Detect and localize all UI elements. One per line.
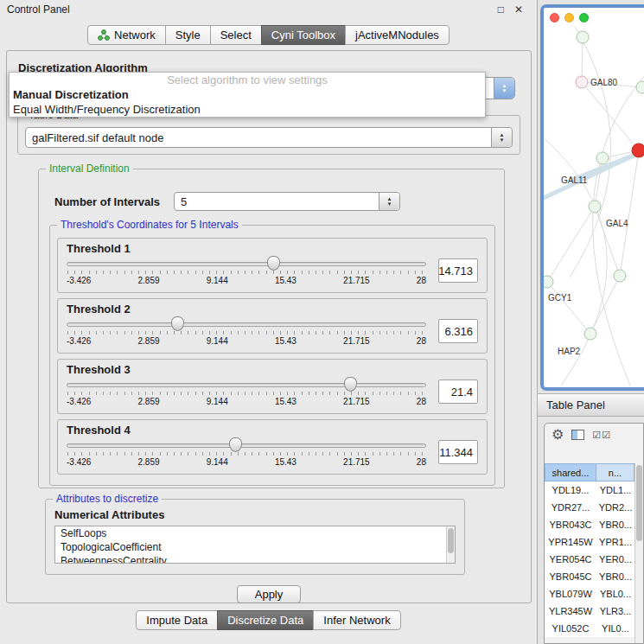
table-panel-header: Table Panel — [538, 393, 644, 417]
num-intervals-combobox[interactable]: 5 ▲▼ — [174, 192, 400, 211]
tab-discretize-data[interactable]: Discretize Data — [217, 610, 314, 630]
table-row[interactable]: YDR27...YDR2... — [545, 499, 634, 516]
num-intervals-value: 5 — [175, 195, 187, 208]
apply-button[interactable]: Apply — [237, 585, 302, 603]
threshold-4-panel: Threshold 4 -3.4262.8599.14415.4321.7152… — [57, 419, 488, 475]
tab-label: Network — [114, 29, 156, 41]
numerical-attributes-list[interactable]: SelfLoops TopologicalCoefficient Between… — [54, 526, 456, 564]
column-header-name[interactable]: n... — [596, 463, 634, 481]
combo-arrows-icon[interactable]: ▲▼ — [379, 193, 399, 210]
node-label-gal4: GAL4 — [606, 219, 628, 228]
network-node-selected-red[interactable] — [632, 143, 644, 157]
column-header-shared[interactable]: shared... — [545, 463, 596, 481]
slider-thumb[interactable] — [171, 316, 184, 331]
num-intervals-label: Number of Intervals — [54, 195, 160, 208]
menu-item-manual-discretization[interactable]: Manual Discretization — [10, 87, 485, 102]
tab-jactivemnodules[interactable]: jActiveMNodules — [345, 25, 450, 45]
slider-thumb[interactable] — [229, 437, 242, 452]
table-row[interactable]: YBL079WYBL0... — [545, 585, 634, 603]
network-icon — [98, 29, 110, 41]
zoom-traffic-light-icon[interactable] — [579, 13, 589, 22]
combo-arrows-icon[interactable]: ▲▼ — [494, 78, 514, 99]
columns-icon[interactable] — [571, 430, 584, 440]
network-node-gcy1[interactable] — [544, 276, 553, 288]
tab-style[interactable]: Style — [165, 25, 211, 45]
table-row[interactable]: YBR043CYBR0... — [545, 516, 634, 533]
list-scrollbar[interactable] — [446, 526, 455, 563]
threshold-3-label: Threshold 3 — [67, 363, 478, 376]
threshold-2-panel: Threshold 2 -3.4262.8599.14415.4321.7152… — [57, 298, 488, 354]
scrollbar-thumb[interactable] — [636, 465, 642, 541]
table-row[interactable]: YPR145WYPR1... — [545, 533, 634, 551]
window-traffic-lights — [544, 8, 644, 27]
threshold-3-panel: Threshold 3 -3.4262.8599.14415.4321.7152… — [57, 359, 488, 414]
tab-label: Impute Data — [146, 614, 207, 627]
table-row[interactable]: YLR345WYLR3... — [545, 603, 634, 620]
threshold-2-label: Threshold 2 — [67, 303, 478, 316]
table-panel-title: Table Panel — [546, 399, 605, 411]
slider-thumb[interactable] — [267, 256, 280, 271]
dropdown-placeholder: Select algorithm to view settings — [10, 73, 485, 87]
close-traffic-light-icon[interactable] — [550, 13, 559, 22]
select-columns-icon[interactable]: ☑☑ — [592, 430, 611, 441]
bottom-tabbar: Impute Data Discretize Data Infer Networ… — [0, 610, 537, 630]
slider-scale: -3.4262.8599.14415.4321.71528 — [67, 457, 426, 467]
close-panel-icon[interactable]: ✕ — [514, 3, 523, 16]
threshold-4-slider[interactable]: -3.4262.8599.14415.4321.71528 — [67, 437, 426, 470]
threshold-2-slider[interactable]: -3.4262.8599.14415.4321.71528 — [67, 316, 426, 349]
threshold-3-slider[interactable]: -3.4262.8599.14415.4321.71528 — [67, 377, 426, 410]
list-item[interactable]: BetweennessCentrality — [55, 554, 455, 564]
interval-definition-group: Interval Definition Number of Intervals … — [38, 169, 505, 488]
slider-track[interactable] — [67, 262, 426, 266]
threshold-4-value[interactable]: 11.344 — [438, 440, 478, 464]
table-data-combobox[interactable]: galFiltered.sif default node ▲▼ — [25, 127, 513, 148]
menu-item-equal-width-frequency[interactable]: Equal Width/Frequency Discretization — [10, 102, 485, 117]
slider-ticks — [67, 392, 425, 395]
slider-track[interactable] — [67, 383, 426, 387]
tab-infer-network[interactable]: Infer Network — [313, 610, 400, 630]
table-row[interactable]: YBR045CYBR0... — [545, 568, 634, 585]
interval-group-title: Interval Definition — [46, 163, 133, 175]
table-toolbar: ⚙ ☑☑ — [545, 424, 643, 446]
tab-impute-data[interactable]: Impute Data — [136, 610, 218, 630]
network-node-hap2[interactable] — [584, 328, 596, 340]
network-node-gal80[interactable] — [576, 76, 588, 88]
threshold-1-value[interactable]: 14.713 — [438, 258, 478, 283]
node-label-gal80: GAL80 — [590, 78, 618, 87]
threshold-2-value[interactable]: 6.316 — [438, 319, 478, 343]
table-data-group: Table Data galFiltered.sif default node … — [17, 115, 520, 155]
network-node[interactable] — [596, 152, 609, 164]
slider-scale: -3.4262.8599.14415.4321.71528 — [67, 276, 426, 285]
tab-label: Style — [175, 29, 201, 41]
slider-scale: -3.4262.8599.14415.4321.71528 — [67, 397, 426, 406]
minimize-traffic-light-icon[interactable] — [564, 13, 574, 22]
slider-track[interactable] — [67, 322, 426, 327]
gear-icon[interactable]: ⚙ — [552, 428, 564, 442]
slider-thumb[interactable] — [344, 377, 357, 392]
thresholds-group: Threshold's Coordinates for 5 Intervals … — [49, 225, 495, 486]
table-header-row: shared... n... — [545, 463, 634, 481]
network-canvas[interactable]: GAL80 GAL11 GAL4 GCY1 HAP2 — [544, 27, 644, 386]
slider-ticks — [67, 271, 425, 274]
table-row[interactable]: YER054CYER0... — [545, 551, 634, 568]
combo-arrows-icon[interactable]: ▲▼ — [491, 128, 512, 147]
network-node[interactable] — [614, 270, 626, 282]
table-scrollbar[interactable] — [634, 463, 643, 643]
threshold-1-slider[interactable]: -3.4262.8599.14415.4321.71528 — [67, 256, 426, 289]
tab-select[interactable]: Select — [210, 25, 262, 45]
tab-network[interactable]: Network — [87, 25, 166, 45]
network-node[interactable] — [577, 31, 589, 43]
network-node-gal4[interactable] — [589, 201, 601, 213]
table-row[interactable]: YDL19...YDL1... — [545, 481, 634, 499]
list-item[interactable]: TopologicalCoefficient — [55, 540, 455, 554]
threshold-3-value[interactable]: 21.4 — [438, 379, 478, 404]
network-node[interactable] — [636, 81, 644, 93]
scrollbar-thumb[interactable] — [448, 528, 454, 553]
tab-label: Infer Network — [323, 614, 390, 627]
table-row[interactable]: YIL052CYIL0... — [545, 620, 634, 637]
float-window-icon[interactable]: □ — [498, 3, 504, 16]
list-item[interactable]: SelfLoops — [55, 526, 455, 540]
tab-cyni-toolbox[interactable]: Cyni Toolbox — [261, 25, 346, 45]
thresholds-group-title: Threshold's Coordinates for 5 Intervals — [57, 219, 242, 231]
slider-track[interactable] — [67, 443, 426, 448]
